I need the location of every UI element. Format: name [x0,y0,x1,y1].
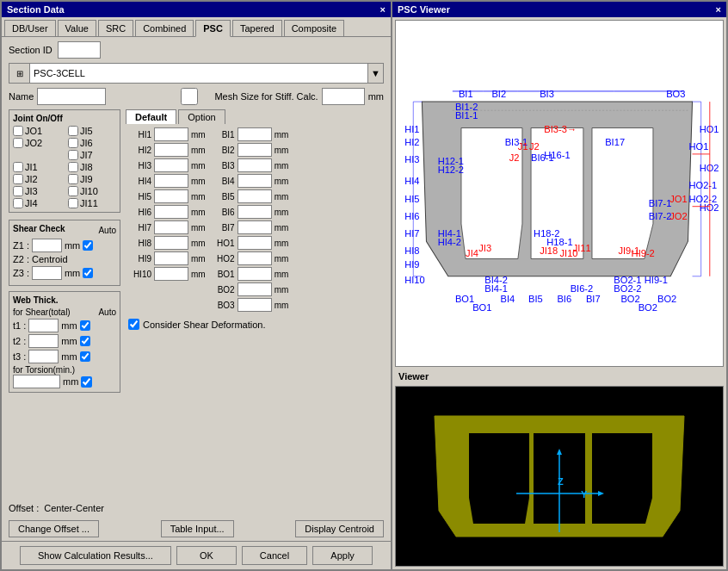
web-auto-label: Auto [98,307,116,317]
section-id-input[interactable]: 36 [58,41,101,59]
left-column: Joint On/Off JO1 JI5 JO2 [9,109,120,500]
t3-input[interactable]: 0 [28,350,59,363]
joint-ji7-cb[interactable] [68,150,78,160]
show-calc-button[interactable]: Show Calculation Results... [20,546,171,565]
sub-tab-bar: Default Option [126,109,384,124]
section-type-dropdown[interactable]: ⊞ PSC-3CELL ▼ [9,63,384,84]
hi7-input[interactable]: 1,75 [154,220,188,234]
cancel-button[interactable]: Cancel [242,546,307,565]
hi10-input[interactable]: 0,5 [154,267,188,281]
right-panel-close[interactable]: × [716,4,721,15]
tab-src[interactable]: SRC [98,20,133,36]
bi2-input[interactable]: 0,4 [238,143,272,157]
bi6-input[interactable]: 1,25 [238,205,272,219]
t1-input[interactable]: 0 [28,319,59,332]
consider-shear-checkbox[interactable] [128,319,139,330]
shear-group-title: Shear Check [13,224,65,233]
hi1-input[interactable]: 0,5 [154,127,188,141]
hi6-input[interactable]: 0,25 [154,205,188,219]
left-panel-close[interactable]: × [380,4,386,15]
z1-checkbox[interactable] [83,240,93,251]
display-centroid-button[interactable]: Display Centroid [295,520,384,537]
bi5-input[interactable]: 0,4 [238,189,272,203]
section-data-panel: Section Data × DB/User Value SRC Combine… [0,0,392,571]
sub-tab-default[interactable]: Default [126,109,176,124]
joint-ji1-label: JI1 [25,162,38,172]
bo3-input[interactable]: 0,5 [238,298,272,312]
hi5-input[interactable]: 0,5 [154,189,188,203]
svg-text:HI4: HI4 [404,176,419,186]
bi3-input[interactable]: 1,5 [238,158,272,172]
svg-text:BI7-2: BI7-2 [649,211,672,221]
apply-button[interactable]: Apply [312,546,373,565]
tab-composite[interactable]: Composite [284,20,345,36]
joint-ji5: JI5 [68,126,116,136]
svg-text:BO2: BO2 [620,294,639,304]
joint-ji5-label: JI5 [80,126,93,136]
t1-checkbox[interactable] [80,320,90,331]
joint-ji1-cb[interactable] [13,162,23,172]
joint-ji3-cb[interactable] [13,186,23,196]
tab-combined[interactable]: Combined [135,20,194,36]
svg-text:HI7: HI7 [404,228,419,239]
mesh-input[interactable] [322,88,365,105]
hi3-unit: mm [191,161,206,171]
bi4-input[interactable]: 0,75 [238,174,272,188]
joint-jo2-cb[interactable] [13,138,23,148]
name-input[interactable]: PSC(3C) [37,88,106,105]
torsion-input[interactable]: 0 [13,375,60,388]
main-content-area: Joint On/Off JO1 JI5 JO2 [2,109,391,500]
hi9-input[interactable]: 2 [154,251,188,265]
joint-ji2-cb[interactable] [13,174,23,184]
svg-text:Y: Y [581,489,588,500]
t2-checkbox[interactable] [80,336,90,346]
field-hi5: HI5 0,5 mm [126,189,206,203]
tab-psc[interactable]: PSC [195,20,231,37]
joint-ji10-cb[interactable] [68,186,78,196]
change-offset-button[interactable]: Change Offset ... [9,520,99,537]
bottom-buttons: Change Offset ... Table Input... Display… [2,517,391,541]
svg-text:HI2: HI2 [404,137,419,147]
sub-tab-option[interactable]: Option [178,109,225,124]
bi7-input[interactable]: 0,75 [238,220,272,234]
hi4-input[interactable]: 0,25 [154,174,188,188]
tab-tapered[interactable]: Tapered [232,20,282,36]
joint-ji5-cb[interactable] [68,126,78,136]
joint-jo1-cb[interactable] [13,126,23,136]
bo2-input[interactable]: 1 [238,282,272,296]
field-hi8: HI8 0,75 mm [126,236,206,250]
hi8-input[interactable]: 0,75 [154,236,188,250]
joint-ji4-cb[interactable] [13,198,23,208]
bi1-input[interactable]: 0,75 [238,127,272,141]
section-id-row: Section ID 36 [2,37,391,63]
table-input-button[interactable]: Table Input... [161,520,234,537]
joint-ji6-cb[interactable] [68,138,78,148]
joint-ji11-cb[interactable] [68,198,78,208]
joint-ji9-cb[interactable] [68,174,78,184]
shear-auto-label: Auto [98,226,116,235]
z1-input[interactable]: 0 [32,239,62,252]
mesh-checkbox[interactable] [168,88,211,105]
torsion-checkbox[interactable] [81,376,92,388]
ho2-input[interactable]: 2,75 [238,251,272,265]
joint-ji8-cb[interactable] [68,162,78,172]
hi3-input[interactable]: 1,75 [154,158,188,172]
dropdown-arrow-icon[interactable]: ▼ [367,64,383,83]
joint-ji11-label: JI11 [80,198,98,208]
bi4-unit: mm [275,177,289,186]
t3-checkbox[interactable] [80,351,90,362]
svg-text:Z: Z [558,476,564,487]
svg-marker-87 [592,433,652,524]
ho1-input[interactable]: 0,5 [238,236,272,250]
hi2-input[interactable]: 0,25 [154,143,188,157]
tab-value[interactable]: Value [58,20,96,36]
ok-button[interactable]: OK [176,546,237,565]
bo1-input[interactable]: 2,65 [238,267,272,281]
joint-jo2: JO2 [13,138,61,148]
t2-input[interactable]: 0 [28,334,59,348]
tab-dbuser[interactable]: DB/User [4,20,56,36]
z3-checkbox[interactable] [83,268,93,278]
hi8-label: HI8 [126,239,151,248]
svg-text:BO1: BO1 [472,302,491,313]
z3-input[interactable]: 0 [32,266,62,280]
